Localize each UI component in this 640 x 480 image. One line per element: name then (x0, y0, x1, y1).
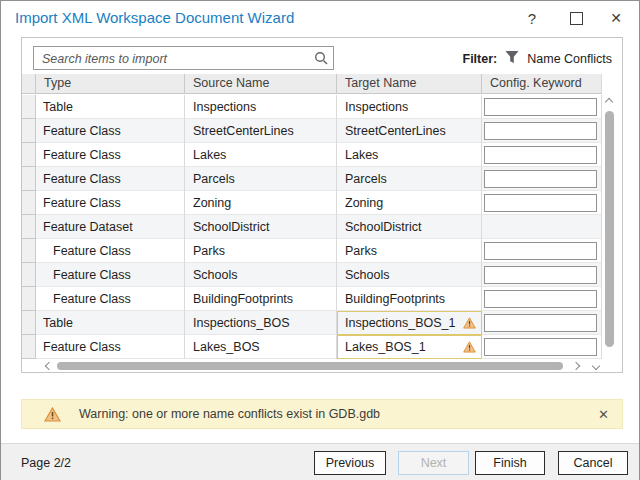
table-row[interactable]: Feature ClassStreetCenterLinesStreetCent… (22, 119, 602, 143)
close-icon: ✕ (610, 10, 622, 26)
target-name-text: Inspections_BOS_1 (338, 316, 456, 330)
header-selector (22, 74, 36, 93)
row-selector[interactable] (22, 239, 36, 263)
dialog-window: Import XML Workspace Document Wizard ? ✕… (0, 0, 640, 480)
search-box (33, 46, 334, 70)
help-button[interactable]: ? (515, 1, 549, 35)
config-keyword-input[interactable] (484, 98, 597, 116)
table-row[interactable]: Feature ClassBuildingFootprintsBuildingF… (22, 287, 602, 311)
config-keyword-input[interactable] (484, 170, 597, 188)
cancel-button[interactable]: Cancel (558, 451, 628, 475)
row-selector[interactable] (22, 95, 36, 119)
cell-type: Feature Class (36, 287, 185, 311)
horizontal-scrollbar-thumb[interactable] (57, 362, 563, 370)
header-type[interactable]: Type (36, 74, 185, 93)
cell-source-name: Parcels (185, 167, 337, 191)
cell-target-name: Lakes (337, 143, 482, 167)
table-row[interactable]: Feature DatasetSchoolDistrictSchoolDistr… (22, 215, 602, 239)
filter-value: Name Conflicts (527, 52, 612, 66)
table-row[interactable]: Feature ClassLakesLakes (22, 143, 602, 167)
config-keyword-input[interactable] (484, 122, 597, 140)
cell-type: Table (36, 311, 185, 335)
header-target-name[interactable]: Target Name (337, 74, 482, 93)
help-icon: ? (528, 10, 536, 27)
cell-target-name: Inspections (337, 95, 482, 119)
cell-config-keyword (482, 143, 602, 167)
row-selector[interactable] (22, 311, 36, 335)
cell-target-name: BuildingFootprints (337, 287, 482, 311)
page-indicator: Page 2/2 (21, 456, 71, 470)
cell-config-keyword (482, 311, 602, 335)
cell-config-keyword (482, 95, 602, 119)
warning-banner: Warning: one or more name conflicts exis… (21, 399, 623, 429)
cell-target-name: Schools (337, 263, 482, 287)
cell-source-name: Inspections (185, 95, 337, 119)
table-row[interactable]: Feature ClassParksParks (22, 239, 602, 263)
filter-funnel-icon[interactable] (504, 50, 520, 67)
warning-icon (456, 341, 476, 353)
table-row[interactable]: TableInspectionsInspections (22, 95, 602, 119)
table-row[interactable]: Feature ClassZoningZoning (22, 191, 602, 215)
config-keyword-input[interactable] (484, 290, 597, 308)
cell-target-name[interactable]: Inspections_BOS_1 (337, 311, 482, 335)
header-config-keyword[interactable]: Config. Keyword (482, 74, 602, 93)
row-selector[interactable] (22, 287, 36, 311)
title-bar: Import XML Workspace Document Wizard ? ✕ (1, 1, 639, 37)
grid-header: Type Source Name Target Name Config. Key… (22, 74, 602, 94)
table-row[interactable]: Feature ClassSchoolsSchools (22, 263, 602, 287)
config-keyword-input[interactable] (484, 146, 597, 164)
header-source-name[interactable]: Source Name (185, 74, 337, 93)
footer: Page 2/2 Previous Next Finish Cancel (1, 443, 639, 480)
vertical-scrollbar[interactable] (603, 95, 616, 358)
cell-source-name: Schools (185, 263, 337, 287)
search-input[interactable] (40, 48, 312, 70)
cell-config-keyword (482, 239, 602, 263)
next-button: Next (398, 451, 469, 475)
previous-button[interactable]: Previous (314, 451, 386, 475)
scroll-up-icon[interactable] (603, 96, 615, 108)
config-keyword-input[interactable] (484, 338, 597, 356)
target-name-text: Lakes_BOS_1 (338, 340, 426, 354)
finish-button[interactable]: Finish (475, 451, 545, 475)
cell-type: Feature Class (36, 191, 185, 215)
cell-source-name: SchoolDistrict (185, 215, 337, 239)
cell-source-name: StreetCenterLines (185, 119, 337, 143)
config-keyword-input[interactable] (484, 194, 597, 212)
cell-source-name: BuildingFootprints (185, 287, 337, 311)
filter-bar: Filter: Name Conflicts (463, 50, 612, 67)
row-selector[interactable] (22, 263, 36, 287)
cell-target-name: StreetCenterLines (337, 119, 482, 143)
cell-target-name: Parcels (337, 167, 482, 191)
cell-target-name: Parks (337, 239, 482, 263)
scroll-right-icon[interactable] (570, 360, 582, 372)
horizontal-scrollbar[interactable] (22, 358, 624, 373)
row-selector[interactable] (22, 191, 36, 215)
maximize-button[interactable] (559, 1, 593, 35)
cell-config-keyword (482, 215, 602, 239)
config-keyword-input[interactable] (484, 242, 597, 260)
cell-target-name: Zoning (337, 191, 482, 215)
cell-source-name: Lakes (185, 143, 337, 167)
config-keyword-input[interactable] (484, 314, 597, 332)
cell-source-name: Zoning (185, 191, 337, 215)
table-row[interactable]: TableInspections_BOSInspections_BOS_1 (22, 311, 602, 335)
scroll-down-icon[interactable] (590, 360, 602, 372)
warning-banner-close-icon[interactable]: ✕ (598, 407, 609, 422)
row-selector[interactable] (22, 143, 36, 167)
table-row[interactable]: Feature ClassLakes_BOSLakes_BOS_1 (22, 335, 602, 359)
row-selector[interactable] (22, 119, 36, 143)
cell-source-name: Lakes_BOS (185, 335, 337, 359)
cell-type: Feature Class (36, 167, 185, 191)
filter-label: Filter: (463, 52, 498, 66)
close-button[interactable]: ✕ (599, 1, 633, 35)
scroll-left-icon[interactable] (43, 360, 55, 372)
row-selector[interactable] (22, 335, 36, 359)
cell-target-name[interactable]: Lakes_BOS_1 (337, 335, 482, 359)
vertical-scrollbar-thumb[interactable] (605, 111, 614, 347)
config-keyword-input[interactable] (484, 266, 597, 284)
cell-type: Feature Class (36, 119, 185, 143)
grid-body: TableInspectionsInspectionsFeature Class… (22, 95, 602, 359)
row-selector[interactable] (22, 215, 36, 239)
table-row[interactable]: Feature ClassParcelsParcels (22, 167, 602, 191)
row-selector[interactable] (22, 167, 36, 191)
